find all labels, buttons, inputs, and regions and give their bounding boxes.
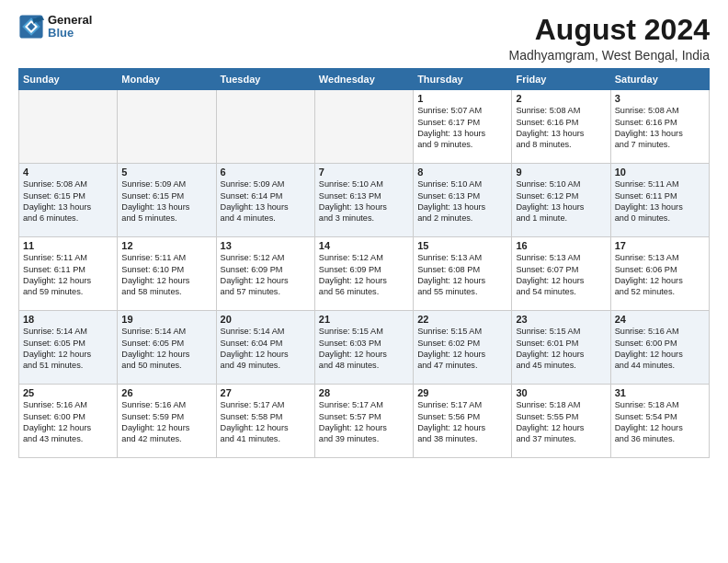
day-number: 18 xyxy=(23,314,113,325)
calendar-cell: 22Sunrise: 5:15 AM Sunset: 6:02 PM Dayli… xyxy=(414,311,512,385)
calendar-cell: 25Sunrise: 5:16 AM Sunset: 6:00 PM Dayli… xyxy=(19,385,118,458)
calendar-header-tuesday: Tuesday xyxy=(216,69,314,90)
calendar-cell: 11Sunrise: 5:11 AM Sunset: 6:11 PM Dayli… xyxy=(19,237,118,311)
day-number: 17 xyxy=(615,240,705,251)
calendar-table: SundayMondayTuesdayWednesdayThursdayFrid… xyxy=(18,68,710,458)
calendar-cell: 8Sunrise: 5:10 AM Sunset: 6:13 PM Daylig… xyxy=(414,164,512,237)
day-number: 15 xyxy=(417,240,507,251)
calendar-cell: 14Sunrise: 5:12 AM Sunset: 6:09 PM Dayli… xyxy=(314,237,413,311)
calendar-header-monday: Monday xyxy=(118,69,216,90)
calendar-header-sunday: Sunday xyxy=(19,69,118,90)
day-info: Sunrise: 5:08 AM Sunset: 6:16 PM Dayligh… xyxy=(615,105,705,151)
calendar-week-5: 25Sunrise: 5:16 AM Sunset: 6:00 PM Dayli… xyxy=(19,385,710,458)
calendar-cell: 29Sunrise: 5:17 AM Sunset: 5:56 PM Dayli… xyxy=(414,385,512,458)
day-info: Sunrise: 5:13 AM Sunset: 6:08 PM Dayligh… xyxy=(417,252,507,298)
day-info: Sunrise: 5:08 AM Sunset: 6:16 PM Dayligh… xyxy=(516,105,606,151)
day-number: 30 xyxy=(516,387,606,398)
calendar-cell: 16Sunrise: 5:13 AM Sunset: 6:07 PM Dayli… xyxy=(512,237,610,311)
day-info: Sunrise: 5:16 AM Sunset: 6:00 PM Dayligh… xyxy=(23,399,113,445)
day-number: 3 xyxy=(615,93,705,104)
day-info: Sunrise: 5:11 AM Sunset: 6:11 PM Dayligh… xyxy=(615,178,705,224)
day-info: Sunrise: 5:14 AM Sunset: 6:05 PM Dayligh… xyxy=(23,326,113,372)
day-info: Sunrise: 5:12 AM Sunset: 6:09 PM Dayligh… xyxy=(221,252,311,298)
day-info: Sunrise: 5:10 AM Sunset: 6:13 PM Dayligh… xyxy=(417,178,507,224)
calendar-header-friday: Friday xyxy=(512,69,610,90)
title-block: August 2024 Madhyamgram, West Bengal, In… xyxy=(509,14,710,63)
subtitle: Madhyamgram, West Bengal, India xyxy=(509,48,710,63)
day-number: 12 xyxy=(121,240,211,251)
day-info: Sunrise: 5:15 AM Sunset: 6:01 PM Dayligh… xyxy=(516,326,606,372)
calendar-cell: 13Sunrise: 5:12 AM Sunset: 6:09 PM Dayli… xyxy=(216,237,314,311)
day-number: 25 xyxy=(23,387,113,398)
day-number: 21 xyxy=(319,314,409,325)
header: General Blue August 2024 Madhyamgram, We… xyxy=(18,14,710,63)
day-number: 20 xyxy=(221,314,311,325)
day-number: 24 xyxy=(615,314,705,325)
day-number: 9 xyxy=(516,167,606,178)
calendar-header-row: SundayMondayTuesdayWednesdayThursdayFrid… xyxy=(19,69,710,90)
calendar-cell: 4Sunrise: 5:08 AM Sunset: 6:15 PM Daylig… xyxy=(19,164,118,237)
calendar-cell: 2Sunrise: 5:08 AM Sunset: 6:16 PM Daylig… xyxy=(512,90,610,164)
day-number: 4 xyxy=(23,167,113,178)
day-info: Sunrise: 5:12 AM Sunset: 6:09 PM Dayligh… xyxy=(319,252,409,298)
day-info: Sunrise: 5:10 AM Sunset: 6:13 PM Dayligh… xyxy=(319,178,409,224)
calendar-cell: 21Sunrise: 5:15 AM Sunset: 6:03 PM Dayli… xyxy=(314,311,413,385)
logo-line2: Blue xyxy=(48,27,92,40)
logo: General Blue xyxy=(18,14,92,40)
day-number: 11 xyxy=(23,240,113,251)
day-number: 27 xyxy=(221,387,311,398)
day-info: Sunrise: 5:09 AM Sunset: 6:15 PM Dayligh… xyxy=(121,178,211,224)
day-number: 8 xyxy=(417,167,507,178)
day-number: 13 xyxy=(221,240,311,251)
calendar-cell xyxy=(118,90,216,164)
calendar-cell xyxy=(19,90,118,164)
calendar-cell: 30Sunrise: 5:18 AM Sunset: 5:55 PM Dayli… xyxy=(512,385,610,458)
calendar-cell: 18Sunrise: 5:14 AM Sunset: 6:05 PM Dayli… xyxy=(19,311,118,385)
day-number: 2 xyxy=(516,93,606,104)
calendar-week-4: 18Sunrise: 5:14 AM Sunset: 6:05 PM Dayli… xyxy=(19,311,710,385)
day-info: Sunrise: 5:17 AM Sunset: 5:57 PM Dayligh… xyxy=(319,399,409,445)
calendar-cell: 12Sunrise: 5:11 AM Sunset: 6:10 PM Dayli… xyxy=(118,237,216,311)
day-number: 29 xyxy=(417,387,507,398)
calendar-header-saturday: Saturday xyxy=(610,69,709,90)
day-info: Sunrise: 5:18 AM Sunset: 5:54 PM Dayligh… xyxy=(615,399,705,445)
day-number: 23 xyxy=(516,314,606,325)
day-info: Sunrise: 5:09 AM Sunset: 6:14 PM Dayligh… xyxy=(221,178,311,224)
day-info: Sunrise: 5:07 AM Sunset: 6:17 PM Dayligh… xyxy=(417,105,507,151)
calendar-cell: 5Sunrise: 5:09 AM Sunset: 6:15 PM Daylig… xyxy=(118,164,216,237)
calendar-cell: 23Sunrise: 5:15 AM Sunset: 6:01 PM Dayli… xyxy=(512,311,610,385)
day-info: Sunrise: 5:11 AM Sunset: 6:11 PM Dayligh… xyxy=(23,252,113,298)
day-number: 28 xyxy=(319,387,409,398)
calendar-cell: 10Sunrise: 5:11 AM Sunset: 6:11 PM Dayli… xyxy=(610,164,709,237)
calendar-cell: 15Sunrise: 5:13 AM Sunset: 6:08 PM Dayli… xyxy=(414,237,512,311)
day-number: 14 xyxy=(319,240,409,251)
day-number: 5 xyxy=(121,167,211,178)
calendar-cell: 9Sunrise: 5:10 AM Sunset: 6:12 PM Daylig… xyxy=(512,164,610,237)
calendar-cell: 26Sunrise: 5:16 AM Sunset: 5:59 PM Dayli… xyxy=(118,385,216,458)
calendar-cell: 28Sunrise: 5:17 AM Sunset: 5:57 PM Dayli… xyxy=(314,385,413,458)
day-info: Sunrise: 5:13 AM Sunset: 6:07 PM Dayligh… xyxy=(516,252,606,298)
main-title: August 2024 xyxy=(509,14,710,46)
day-info: Sunrise: 5:15 AM Sunset: 6:03 PM Dayligh… xyxy=(319,326,409,372)
day-info: Sunrise: 5:14 AM Sunset: 6:04 PM Dayligh… xyxy=(221,326,311,372)
day-number: 7 xyxy=(319,167,409,178)
day-info: Sunrise: 5:18 AM Sunset: 5:55 PM Dayligh… xyxy=(516,399,606,445)
calendar-cell: 31Sunrise: 5:18 AM Sunset: 5:54 PM Dayli… xyxy=(610,385,709,458)
calendar-week-1: 1Sunrise: 5:07 AM Sunset: 6:17 PM Daylig… xyxy=(19,90,710,164)
day-number: 31 xyxy=(615,387,705,398)
day-number: 16 xyxy=(516,240,606,251)
calendar-cell: 20Sunrise: 5:14 AM Sunset: 6:04 PM Dayli… xyxy=(216,311,314,385)
calendar-cell: 1Sunrise: 5:07 AM Sunset: 6:17 PM Daylig… xyxy=(414,90,512,164)
calendar-cell: 3Sunrise: 5:08 AM Sunset: 6:16 PM Daylig… xyxy=(610,90,709,164)
logo-text-block: General Blue xyxy=(48,14,92,40)
day-info: Sunrise: 5:15 AM Sunset: 6:02 PM Dayligh… xyxy=(417,326,507,372)
day-number: 10 xyxy=(615,167,705,178)
day-info: Sunrise: 5:17 AM Sunset: 5:58 PM Dayligh… xyxy=(221,399,311,445)
day-number: 22 xyxy=(417,314,507,325)
day-info: Sunrise: 5:10 AM Sunset: 6:12 PM Dayligh… xyxy=(516,178,606,224)
calendar-header-wednesday: Wednesday xyxy=(314,69,413,90)
day-number: 6 xyxy=(221,167,311,178)
day-number: 19 xyxy=(121,314,211,325)
logo-icon xyxy=(18,14,44,40)
day-info: Sunrise: 5:08 AM Sunset: 6:15 PM Dayligh… xyxy=(23,178,113,224)
